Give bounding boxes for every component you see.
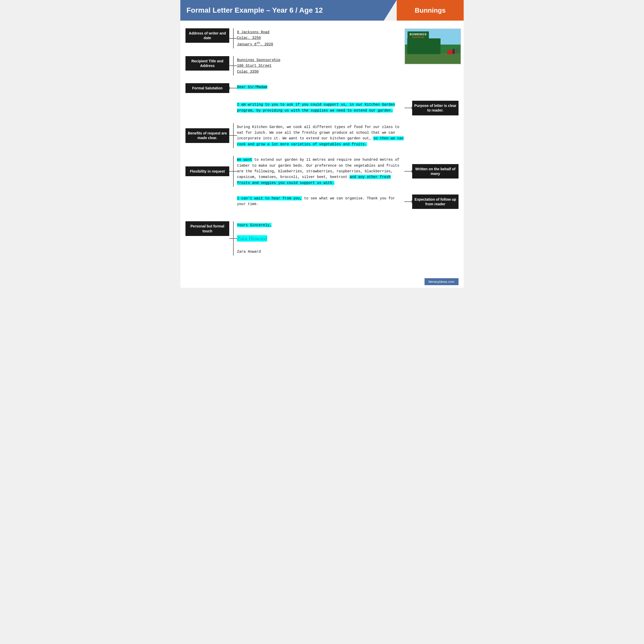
spacer-5 bbox=[185, 153, 459, 156]
person-1 bbox=[453, 49, 455, 54]
para1-content: I am writing to you to ask if you could … bbox=[237, 101, 404, 114]
para2-connector bbox=[229, 123, 237, 148]
para2-row: Benefits of request are made clear. Duri… bbox=[185, 123, 459, 148]
header-brand-area: Bunnings bbox=[397, 0, 464, 21]
recipient-connector bbox=[229, 56, 237, 75]
spacer-8 bbox=[185, 260, 459, 268]
closing-connector-line bbox=[229, 238, 237, 239]
header-divider bbox=[384, 0, 397, 21]
salutation-content: Dear Sir/Madam bbox=[237, 83, 404, 91]
address-connector-line bbox=[229, 38, 237, 39]
para3-left-connector bbox=[229, 156, 237, 187]
recipient-line3: Colac 3350 bbox=[237, 70, 259, 74]
closing-content: Yours Sincerely, Zara Howard Zara Howard bbox=[237, 221, 404, 256]
recipient-content: Bunnings Sponsorship 100 Sturt Street Co… bbox=[237, 56, 404, 75]
para3-we-want: We want bbox=[237, 158, 252, 162]
personal-label: Personal but formal touch bbox=[185, 221, 229, 236]
para4-right-connector-line bbox=[404, 201, 412, 202]
para3-left-connector-line bbox=[229, 171, 237, 172]
signature-script: Zara Howard bbox=[237, 235, 267, 242]
written-behalf-label: Written on the behalf of many bbox=[412, 164, 459, 179]
para3-content: We want to extend our garden by 11 metre… bbox=[237, 156, 404, 187]
printed-name: Zara Howard bbox=[237, 250, 261, 254]
closing-text: Yours Sincerely, Zara Howard Zara Howard bbox=[237, 222, 404, 255]
para1-highlighted: I am writing to you to ask if you could … bbox=[237, 103, 395, 112]
address-label: Address of writer and date bbox=[185, 28, 229, 43]
salutation-text: Dear Sir/Madam bbox=[237, 84, 404, 90]
purpose-label: Purpose of letter is clear to reader. bbox=[412, 101, 459, 115]
salutation-row: Formal Salutation Dear Sir/Madam bbox=[185, 83, 459, 93]
recipient-row: Recipient Title and Address Bunnings Spo… bbox=[185, 56, 459, 75]
page-header: Formal Letter Example – Year 6 / Age 12 … bbox=[180, 0, 464, 21]
para4-text: I can't wait to hear from you, to see wh… bbox=[237, 196, 404, 207]
closing-salutation: Yours Sincerely, bbox=[237, 223, 272, 227]
main-content: BUNNINGS warehouse Address of writer and… bbox=[180, 21, 464, 276]
spacer-2 bbox=[185, 80, 459, 83]
address-line2: Colac, 3250 bbox=[237, 36, 261, 40]
recipient-connector-line bbox=[229, 65, 237, 66]
footer-url: literacyideas.com bbox=[429, 280, 454, 284]
brand-name: Bunnings bbox=[415, 6, 446, 14]
salutation-label: Formal Salutation bbox=[185, 83, 229, 93]
para4-row: I can't wait to hear from you, to see wh… bbox=[185, 194, 459, 209]
para4-right-connector bbox=[404, 201, 412, 202]
salutation-connector bbox=[229, 88, 237, 88]
address-connector bbox=[229, 28, 237, 48]
para2-text: During Kitchen Garden, we cook all diffe… bbox=[237, 124, 404, 147]
address-content: 8 Jacksons Road Colac, 3250 January 6th,… bbox=[237, 28, 404, 48]
para1-row: I am writing to you to ask if you could … bbox=[185, 101, 459, 115]
closing-connector bbox=[229, 221, 237, 256]
para1-right-connector-line bbox=[404, 108, 412, 108]
flexibility-label: Flexibility in request bbox=[185, 166, 229, 176]
spacer-7 bbox=[185, 214, 459, 221]
benefits-label: Benefits of request are made clear. bbox=[185, 128, 229, 143]
para1-text: I am writing to you to ask if you could … bbox=[237, 102, 404, 113]
spacer-3 bbox=[185, 98, 459, 101]
salutation-greeting: Dear Sir/Madam bbox=[237, 85, 267, 89]
expectation-label: Expectation of follow up from reader bbox=[412, 194, 459, 209]
para2-connector-line bbox=[229, 135, 237, 136]
para3-text: We want to extend our garden by 11 metre… bbox=[237, 157, 404, 186]
para3-right-connector-line bbox=[404, 171, 412, 172]
salutation-connector-line bbox=[229, 88, 237, 88]
recipient-label: Recipient Title and Address bbox=[185, 56, 229, 71]
header-title-area: Formal Letter Example – Year 6 / Age 12 bbox=[180, 0, 384, 21]
page-title: Formal Letter Example – Year 6 / Age 12 bbox=[187, 6, 323, 14]
spacer-4 bbox=[185, 120, 459, 123]
para1-right-connector bbox=[404, 108, 412, 108]
para4-highlight: I can't wait to hear from you, bbox=[237, 196, 302, 200]
address-line1: 8 Jacksons Road bbox=[237, 30, 269, 34]
address-text: 8 Jacksons Road Colac, 3250 January 6th,… bbox=[237, 29, 404, 47]
spacer-6 bbox=[185, 191, 459, 194]
para4-content: I can't wait to hear from you, to see wh… bbox=[237, 194, 404, 208]
recipient-text: Bunnings Sponsorship 100 Sturt Street Co… bbox=[237, 57, 404, 74]
closing-row: Personal but formal touch Yours Sincerel… bbox=[185, 221, 459, 256]
para3-right-connector bbox=[404, 171, 412, 172]
para2-content: During Kitchen Garden, we cook all diffe… bbox=[237, 123, 404, 148]
footer-badge: literacyideas.com bbox=[425, 278, 459, 285]
person-2 bbox=[456, 49, 458, 53]
address-row: Address of writer and date 8 Jacksons Ro… bbox=[185, 28, 459, 48]
page-footer: literacyideas.com bbox=[180, 276, 464, 288]
address-date: January 6th, 2020 bbox=[237, 42, 273, 46]
recipient-line1: Bunnings Sponsorship bbox=[237, 58, 280, 62]
para3-row: Flexibility in request We want to extend… bbox=[185, 156, 459, 187]
recipient-line2: 100 Sturt Street bbox=[237, 64, 272, 68]
people-silhouettes bbox=[453, 49, 458, 54]
